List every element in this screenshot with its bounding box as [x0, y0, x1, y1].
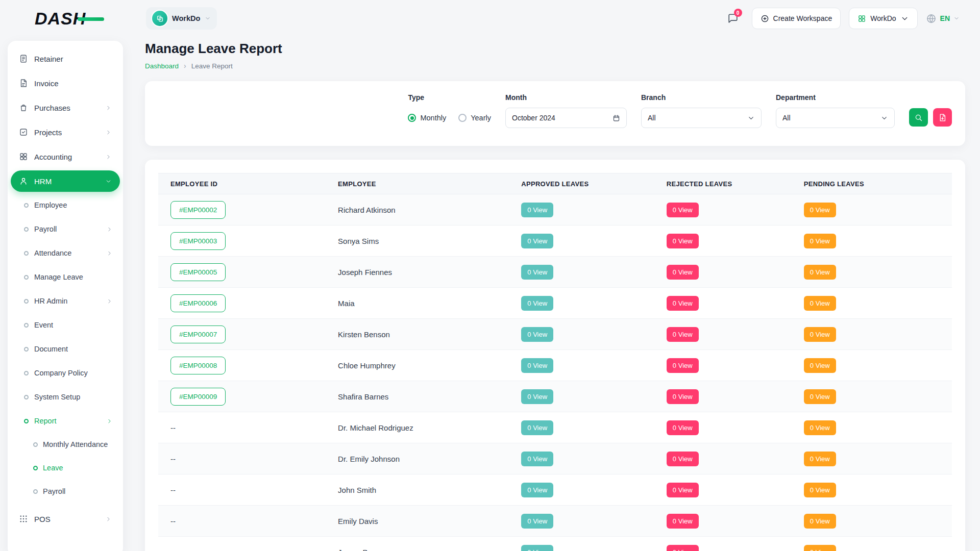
sidebar-item-company-policy[interactable]: Company Policy — [13, 363, 118, 383]
radio-icon[interactable] — [458, 114, 467, 122]
bullet-icon — [24, 227, 29, 232]
approved-leaves-badge[interactable]: 0 View — [521, 514, 553, 529]
employee-id-button[interactable]: #EMP00005 — [170, 263, 226, 281]
rejected-leaves-badge[interactable]: 0 View — [667, 265, 699, 280]
pending-leaves-badge[interactable]: 0 View — [804, 452, 836, 466]
sidebar-item-label: HRM — [34, 177, 52, 186]
pending-leaves-badge[interactable]: 0 View — [804, 203, 836, 217]
rejected-leaves-badge[interactable]: 0 View — [667, 514, 699, 529]
pending-leaves-badge[interactable]: 0 View — [804, 234, 836, 248]
pending-leaves-badge[interactable]: 0 View — [804, 514, 836, 529]
pending-leaves-badge[interactable]: 0 View — [804, 358, 836, 373]
sidebar-item-purchases[interactable]: Purchases — [13, 97, 118, 118]
approved-leaves-badge[interactable]: 0 View — [521, 452, 553, 466]
branch-select[interactable]: All — [641, 108, 762, 128]
sidebar-item-accounting[interactable]: Accounting — [13, 146, 118, 167]
create-workspace-label: Create Workspace — [773, 14, 832, 22]
employee-name-cell: Kirsten Benson — [326, 330, 509, 339]
workspace-selector[interactable]: WorkDo — [146, 7, 217, 30]
sidebar-item-event[interactable]: Event — [13, 315, 118, 335]
approved-leaves-cell: 0 View — [509, 514, 654, 529]
language-selector[interactable]: EN — [926, 13, 960, 24]
sidebar-item-employee[interactable]: Employee — [13, 195, 118, 215]
breadcrumb-dashboard-link[interactable]: Dashboard — [145, 62, 179, 70]
employee-id-button[interactable]: #EMP00003 — [170, 232, 226, 250]
sidebar-item-leave[interactable]: Leave — [13, 458, 118, 478]
export-button[interactable] — [933, 108, 952, 127]
sidebar-item-label: Purchases — [34, 104, 70, 112]
approved-leaves-badge[interactable]: 0 View — [521, 545, 553, 551]
sidebar-item-pos[interactable]: POS — [13, 508, 118, 530]
approved-leaves-badge[interactable]: 0 View — [521, 420, 553, 435]
sidebar-item-attendance[interactable]: Attendance — [13, 243, 118, 263]
rejected-leaves-badge[interactable]: 0 View — [667, 389, 699, 404]
invoice-icon — [19, 79, 28, 88]
employee-id-button[interactable]: #EMP00007 — [170, 325, 226, 343]
employee-id-button[interactable]: #EMP00008 — [170, 357, 226, 374]
sidebar-item-manage-leave[interactable]: Manage Leave — [13, 267, 118, 287]
sidebar-item-retainer[interactable]: Retainer — [13, 48, 118, 69]
radio-icon[interactable] — [408, 114, 416, 122]
approved-leaves-badge[interactable]: 0 View — [521, 203, 553, 217]
messages-button[interactable]: 0 — [722, 8, 744, 29]
month-filter-group: Month October 2024 — [505, 93, 627, 146]
type-radio-monthly[interactable]: Monthly — [408, 114, 446, 122]
rejected-leaves-cell: 0 View — [654, 203, 792, 217]
sidebar-item-payroll[interactable]: Payroll — [13, 219, 118, 239]
main-content: Manage Leave Report Dashboard › Leave Re… — [145, 37, 965, 551]
pending-leaves-badge[interactable]: 0 View — [804, 296, 836, 311]
department-label: Department — [776, 93, 895, 102]
chevron-right-icon — [105, 129, 112, 136]
type-radio-yearly[interactable]: Yearly — [458, 114, 491, 122]
sidebar-item-monthly-attendance[interactable]: Monthly Attendance — [13, 435, 118, 454]
chevron-down-icon — [900, 14, 909, 23]
rejected-leaves-badge[interactable]: 0 View — [667, 545, 699, 551]
approved-leaves-badge[interactable]: 0 View — [521, 483, 553, 497]
month-input[interactable]: October 2024 — [505, 108, 627, 128]
pending-leaves-badge[interactable]: 0 View — [804, 545, 836, 551]
pending-leaves-cell: 0 View — [792, 420, 952, 435]
rejected-leaves-badge[interactable]: 0 View — [667, 327, 699, 342]
rejected-leaves-badge[interactable]: 0 View — [667, 358, 699, 373]
sidebar-item-system-setup[interactable]: System Setup — [13, 387, 118, 407]
chevron-down-icon — [205, 15, 211, 21]
approved-leaves-badge[interactable]: 0 View — [521, 296, 553, 311]
sidebar-item-report[interactable]: Report — [13, 411, 118, 431]
pending-leaves-badge[interactable]: 0 View — [804, 389, 836, 404]
rejected-leaves-badge[interactable]: 0 View — [667, 483, 699, 497]
approved-leaves-badge[interactable]: 0 View — [521, 234, 553, 248]
employee-id-button[interactable]: #EMP00009 — [170, 388, 226, 406]
sidebar-item-projects[interactable]: Projects — [13, 121, 118, 143]
purchases-icon — [19, 103, 28, 112]
employee-id-button[interactable]: #EMP00006 — [170, 294, 226, 312]
chevron-right-icon — [106, 250, 113, 257]
pending-leaves-cell: 0 View — [792, 327, 952, 342]
rejected-leaves-badge[interactable]: 0 View — [667, 203, 699, 217]
employee-name-cell: Maia — [326, 299, 509, 308]
department-select[interactable]: All — [776, 108, 895, 128]
approved-leaves-badge[interactable]: 0 View — [521, 327, 553, 342]
sidebar-item-hrm[interactable]: HRM — [11, 170, 120, 192]
pending-leaves-badge[interactable]: 0 View — [804, 265, 836, 280]
employee-id-button[interactable]: #EMP00002 — [170, 201, 226, 219]
rejected-leaves-badge[interactable]: 0 View — [667, 296, 699, 311]
pending-leaves-badge[interactable]: 0 View — [804, 420, 836, 435]
sidebar-item-hr-admin[interactable]: HR Admin — [13, 291, 118, 311]
sidebar-item-document[interactable]: Document — [13, 339, 118, 359]
pending-leaves-badge[interactable]: 0 View — [804, 483, 836, 497]
approved-leaves-badge[interactable]: 0 View — [521, 389, 553, 404]
approved-leaves-badge[interactable]: 0 View — [521, 358, 553, 373]
search-button[interactable] — [909, 108, 928, 127]
grid-icon — [857, 14, 866, 23]
sidebar-item-invoice[interactable]: Invoice — [13, 72, 118, 94]
approved-leaves-badge[interactable]: 0 View — [521, 265, 553, 280]
create-workspace-button[interactable]: Create Workspace — [752, 8, 841, 29]
rejected-leaves-badge[interactable]: 0 View — [667, 420, 699, 435]
pending-leaves-badge[interactable]: 0 View — [804, 327, 836, 342]
pending-leaves-cell: 0 View — [792, 452, 952, 466]
sidebar-item-payroll[interactable]: Payroll — [13, 482, 118, 501]
workspace-menu-button[interactable]: WorkDo — [849, 8, 917, 29]
rejected-leaves-badge[interactable]: 0 View — [667, 234, 699, 248]
rejected-leaves-badge[interactable]: 0 View — [667, 452, 699, 466]
app-logo[interactable]: DASH — [35, 9, 97, 29]
